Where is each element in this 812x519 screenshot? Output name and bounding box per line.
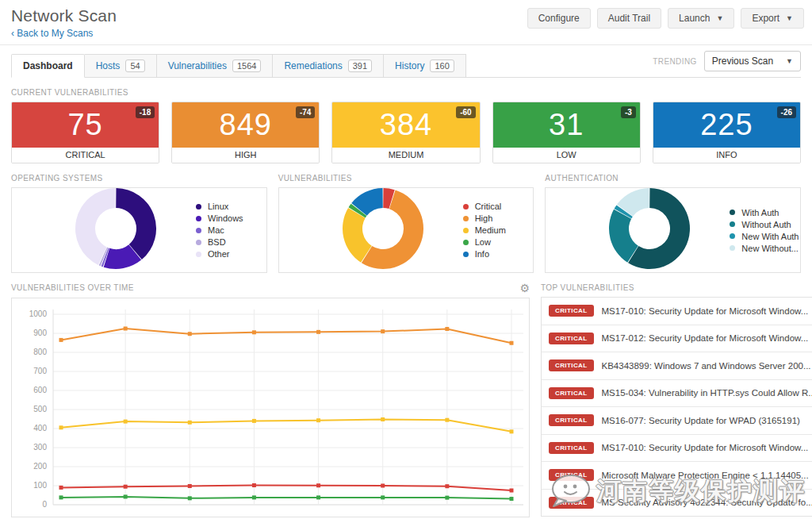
current-vulnerabilities-title: CURRENT VULNERABILITIES	[11, 88, 801, 97]
tab-dashboard[interactable]: Dashboard	[11, 54, 85, 78]
tab-remediations[interactable]: Remediations391	[273, 54, 384, 78]
tab-label: Hosts	[96, 60, 121, 71]
operating-systems-legend: LinuxWindowsMacBSDOther	[196, 201, 243, 260]
tab-hosts[interactable]: Hosts54	[85, 54, 157, 78]
operating-systems-title: OPERATING SYSTEMS	[11, 174, 267, 183]
legend-item-low: Low	[463, 236, 506, 248]
back-to-my-scans-link[interactable]: ‹ Back to My Scans	[11, 28, 93, 39]
vulnerabilities-over-time-chart: 01002003004005006007008009001000	[12, 298, 529, 517]
tab-count-badge: 1564	[232, 60, 261, 72]
svg-text:300: 300	[33, 443, 47, 452]
vulnerabilities-panel: CriticalHighMediumLowInfo	[278, 187, 534, 273]
severity-card-value: 849	[220, 108, 272, 142]
legend-label: New Without...	[741, 244, 799, 253]
legend-label: Windows	[208, 213, 243, 223]
severity-badge: CRITICAL	[549, 333, 594, 344]
tab-history[interactable]: History160	[384, 54, 466, 78]
svg-text:500: 500	[33, 405, 47, 413]
severity-card-value: 75	[67, 108, 102, 142]
authentication-legend: With AuthWithout AuthNew With AuthNew Wi…	[730, 206, 799, 254]
legend-item-linux: Linux	[196, 201, 243, 213]
gear-icon[interactable]: ⚙	[519, 283, 530, 293]
vulnerabilities-donut-chart	[339, 186, 427, 271]
svg-text:0: 0	[42, 500, 47, 509]
top-vulnerability-row[interactable]: CRITICALMS17-010: Security Update for Mi…	[542, 435, 812, 463]
severity-card-label: INFO	[653, 148, 800, 163]
severity-card-delta-badge: -60	[456, 106, 475, 118]
tab-label: History	[395, 60, 424, 71]
launch-button[interactable]: Launch▼	[668, 8, 734, 29]
critical-dot-icon	[463, 204, 469, 210]
severity-card-top: 31-3	[493, 102, 640, 148]
severity-card-info[interactable]: 225-26INFO	[653, 102, 801, 163]
audit-trail-button[interactable]: Audit Trail	[597, 8, 661, 29]
configure-button-label: Configure	[538, 13, 580, 24]
vulnerability-title: MS17-012: Security Update for Microsoft …	[602, 333, 812, 343]
legend-item-info: Info	[463, 248, 506, 260]
severity-card-top: 384-60	[332, 102, 479, 148]
severity-card-high[interactable]: 849-74HIGH	[171, 102, 320, 163]
top-vulnerability-row[interactable]: CRITICALMS15-034: Vulnerability in HTTP.…	[542, 380, 812, 408]
severity-card-top: 225-26	[653, 102, 800, 148]
severity-card-low[interactable]: 31-3LOW	[492, 102, 641, 163]
top-vulnerability-row[interactable]: CRITICALMS16-077: Security Update for WP…	[542, 407, 812, 435]
top-vulnerability-row[interactable]: CRITICALMS Security Advisory 4022344: Se…	[542, 490, 812, 517]
top-vulnerability-row[interactable]: CRITICALMicrosoft Malware Protection Eng…	[542, 462, 812, 490]
with-auth-dot-icon	[730, 210, 735, 215]
top-vulnerability-row[interactable]: CRITICALMS17-010: Security Update for Mi…	[542, 298, 812, 325]
legend-label: Linux	[208, 202, 228, 211]
top-vulnerability-row[interactable]: CRITICALMS17-012: Security Update for Mi…	[542, 325, 812, 353]
trending-control: TRENDING Previous Scan ▼	[653, 51, 801, 71]
authentication-title: AUTHENTICATION	[545, 174, 801, 183]
chevron-down-icon: ▼	[786, 57, 793, 65]
legend-item-new-without: New Without...	[730, 242, 799, 254]
low-dot-icon	[463, 240, 469, 245]
svg-text:600: 600	[33, 386, 47, 394]
info-dot-icon	[463, 252, 469, 257]
vulnerability-title: MS17-010: Security Update for Microsoft …	[602, 443, 812, 452]
severity-badge: CRITICAL	[549, 387, 594, 399]
legend-label: Low	[475, 237, 491, 247]
configure-button[interactable]: Configure	[527, 8, 591, 29]
legend-item-new-with-auth: New With Auth	[730, 230, 799, 242]
export-button-label: Export	[752, 13, 779, 24]
severity-card-medium[interactable]: 384-60MEDIUM	[331, 102, 480, 163]
audit-trail-button-label: Audit Trail	[608, 13, 650, 24]
other-dot-icon	[196, 252, 201, 257]
vulnerability-title: Microsoft Malware Protection Engine < 1.…	[602, 471, 812, 480]
svg-text:1000: 1000	[29, 309, 48, 318]
tab-label: Vulnerabilities	[168, 60, 227, 71]
svg-text:900: 900	[33, 329, 47, 337]
chevron-down-icon: ▼	[716, 14, 723, 22]
legend-item-other: Other	[196, 248, 243, 260]
legend-item-high: High	[463, 213, 506, 225]
top-vulnerability-row[interactable]: CRITICALKB4343899: Windows 7 and Windows…	[542, 352, 812, 380]
legend-label: Mac	[208, 225, 224, 235]
legend-item-windows: Windows	[196, 213, 243, 225]
vulnerability-title: MS16-077: Security Update for WPAD (3165…	[602, 416, 812, 425]
vulnerabilities-donut-title: VULNERABILITIES	[278, 174, 534, 183]
tab-count-badge: 54	[125, 60, 144, 72]
legend-label: With Auth	[741, 208, 779, 217]
trending-select[interactable]: Previous Scan ▼	[704, 51, 801, 71]
severity-badge: CRITICAL	[549, 414, 594, 426]
vulnerabilities-legend: CriticalHighMediumLowInfo	[463, 201, 506, 260]
severity-card-label: LOW	[493, 148, 640, 163]
legend-label: High	[475, 213, 493, 223]
legend-label: Medium	[475, 225, 506, 235]
severity-badge: CRITICAL	[549, 359, 594, 371]
export-button[interactable]: Export▼	[741, 8, 804, 29]
severity-card-top: 75-18	[12, 102, 159, 148]
page-header: Network Scan ‹ Back to My Scans Configur…	[0, 0, 812, 45]
medium-dot-icon	[463, 228, 469, 233]
legend-label: BSD	[208, 237, 226, 247]
new-without-dot-icon	[730, 245, 735, 251]
without-auth-dot-icon	[730, 221, 735, 227]
severity-card-delta-badge: -74	[296, 106, 315, 118]
legend-item-without-auth: Without Auth	[730, 218, 799, 230]
legend-item-with-auth: With Auth	[730, 206, 799, 218]
svg-text:800: 800	[33, 348, 47, 356]
svg-text:200: 200	[33, 462, 47, 471]
tab-vulnerabilities[interactable]: Vulnerabilities1564	[157, 54, 274, 78]
severity-card-critical[interactable]: 75-18CRITICAL	[11, 102, 159, 163]
